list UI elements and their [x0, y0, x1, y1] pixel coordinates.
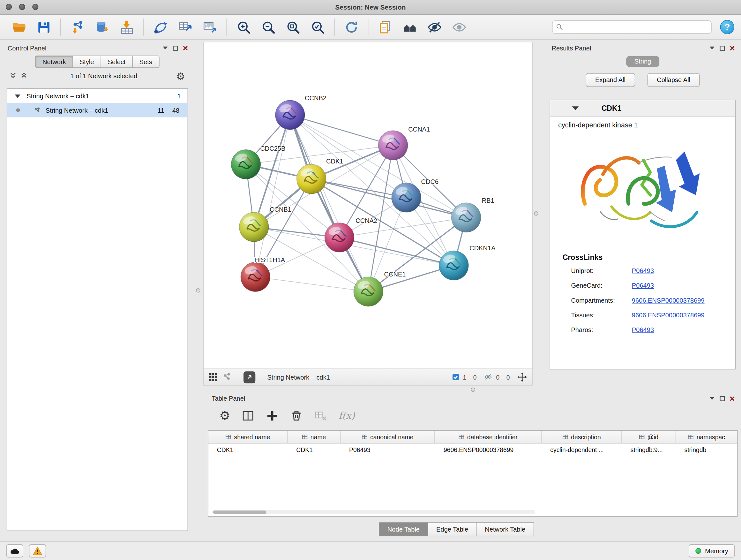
panel-close-icon[interactable] — [730, 45, 735, 51]
crosslink-tissues-link[interactable]: 9606.ENSP00000378699 — [632, 312, 704, 319]
scrollbar-thumb[interactable] — [213, 510, 266, 514]
export-network-button[interactable] — [150, 17, 172, 37]
delete-table-button[interactable] — [314, 409, 327, 422]
panel-float-icon[interactable] — [720, 45, 725, 51]
crosslink-compartments-link[interactable]: 9606.ENSP00000378699 — [632, 297, 704, 304]
refresh-view-button[interactable] — [340, 17, 362, 37]
network-row-selected[interactable]: String Network – cdk1 11 48 — [7, 103, 187, 118]
column-header-database-identifier[interactable]: database identifier — [435, 431, 542, 443]
horizontal-scrollbar[interactable] — [212, 510, 535, 514]
show-all-button[interactable] — [448, 17, 470, 37]
crosslink-genecard-link[interactable]: P06493 — [632, 282, 654, 289]
crosslink-label: Pharos: — [571, 326, 631, 333]
table-settings-button[interactable]: ⚙ — [219, 409, 230, 422]
node-label: CDC6 — [421, 178, 439, 185]
warnings-button[interactable] — [29, 544, 46, 558]
columns-icon — [242, 409, 255, 422]
delete-column-button[interactable] — [290, 409, 303, 422]
search-input[interactable] — [552, 20, 712, 34]
eye-icon — [452, 20, 466, 35]
create-column-button[interactable] — [266, 409, 279, 422]
panel-close-icon[interactable] — [730, 396, 735, 401]
export-image-button[interactable] — [199, 17, 220, 37]
zoom-selected-button[interactable] — [307, 17, 328, 37]
import-network-icon — [70, 20, 84, 35]
tab-network-table[interactable]: Network Table — [477, 522, 534, 536]
network-collection-row[interactable]: String Network – cdk1 1 — [7, 89, 187, 103]
collapse-all-networks-icon[interactable] — [20, 72, 27, 80]
tab-node-table[interactable]: Node Table — [379, 522, 428, 536]
hidden-eye-slash-icon[interactable] — [484, 373, 493, 381]
network-options-gear-icon[interactable]: ⚙ — [176, 71, 185, 81]
tab-string[interactable]: String — [626, 56, 659, 67]
gene-section-header[interactable]: CDK1 — [550, 100, 735, 117]
zoom-in-button[interactable] — [232, 17, 254, 37]
splitter-handle[interactable] — [534, 211, 538, 215]
cell-name[interactable]: CDK1 — [288, 443, 341, 456]
tab-style[interactable]: Style — [73, 56, 101, 68]
cell-database-identifier[interactable]: 9606.ENSP00000378699 — [435, 443, 542, 456]
function-builder-button[interactable]: f(x) — [339, 410, 355, 422]
move-crosshair-icon[interactable] — [517, 372, 528, 382]
network-edge[interactable] — [290, 115, 368, 292]
column-header-description[interactable]: description — [542, 431, 622, 443]
hide-selected-button[interactable] — [423, 17, 445, 37]
crosslink-pharos-link[interactable]: P06493 — [632, 326, 654, 333]
network-canvas[interactable]: CCNB2CCNA1CDC25BCDK1CDC6RB1CCNB1CCNA2CDK… — [204, 42, 532, 368]
zoom-out-button[interactable] — [257, 17, 279, 37]
expand-all-button[interactable]: Expand All — [586, 73, 635, 87]
tab-sets[interactable]: Sets — [133, 56, 159, 68]
tab-edge-table[interactable]: Edge Table — [428, 522, 477, 536]
save-session-button[interactable] — [33, 17, 55, 37]
network-graphics-button[interactable] — [222, 372, 232, 382]
overview-button[interactable] — [399, 17, 421, 37]
network-edge[interactable] — [255, 115, 290, 277]
panel-menu-icon[interactable] — [709, 46, 715, 50]
import-table-button[interactable] — [116, 17, 138, 37]
cell-description[interactable]: cyclin-dependent ... — [542, 443, 622, 456]
cell-id[interactable]: stringdb:9... — [622, 443, 676, 456]
panel-float-icon[interactable] — [720, 396, 725, 401]
open-in-new-button[interactable] — [244, 371, 255, 383]
selected-checkbox-icon[interactable] — [452, 373, 460, 381]
birds-eye-view-button[interactable] — [208, 372, 218, 382]
open-session-button[interactable] — [8, 17, 30, 37]
network-type-icon — [34, 107, 41, 114]
help-button[interactable]: ? — [720, 20, 735, 34]
zoom-selected-icon — [310, 20, 325, 35]
copy-document-button[interactable] — [374, 17, 396, 37]
column-header-canonical-name[interactable]: canonical name — [340, 431, 435, 443]
table-row[interactable]: CDK1 CDK1 P06493 9606.ENSP00000378699 cy… — [208, 443, 737, 456]
column-header-namespace[interactable]: namespac — [676, 431, 737, 443]
cell-canonical-name[interactable]: P06493 — [340, 443, 435, 456]
tab-select[interactable]: Select — [101, 56, 133, 68]
show-columns-button[interactable] — [242, 409, 255, 422]
zoom-fit-button[interactable] — [282, 17, 304, 37]
collapse-all-button[interactable]: Collapse All — [647, 73, 699, 87]
import-network-file-button[interactable] — [66, 17, 88, 37]
cloud-status-button[interactable] — [6, 544, 23, 558]
import-network-database-button[interactable] — [91, 17, 113, 37]
cell-shared-name[interactable]: CDK1 — [208, 443, 288, 456]
collapse-section-icon[interactable] — [572, 106, 579, 110]
memory-button[interactable]: Memory — [689, 544, 735, 558]
panel-float-icon[interactable] — [173, 45, 178, 51]
panel-menu-icon[interactable] — [162, 46, 168, 50]
network-edge[interactable] — [340, 238, 454, 266]
splitter-handle[interactable] — [196, 288, 200, 293]
export-table-button[interactable] — [174, 17, 196, 37]
cell-namespace[interactable]: stringdb — [676, 443, 737, 456]
splitter-handle[interactable] — [471, 388, 475, 392]
column-header-name[interactable]: name — [288, 431, 341, 443]
column-header-shared-name[interactable]: shared name — [208, 431, 288, 443]
network-edge[interactable] — [255, 277, 368, 292]
panel-menu-icon[interactable] — [709, 396, 715, 400]
tree-expand-icon[interactable] — [15, 94, 20, 98]
panel-close-icon[interactable] — [183, 45, 188, 51]
tab-network[interactable]: Network — [36, 56, 73, 68]
grid-icon — [208, 372, 218, 382]
crosslink-uniprot-link[interactable]: P06493 — [632, 267, 654, 274]
network-edge[interactable] — [290, 115, 393, 145]
column-header-id[interactable]: @id — [622, 431, 676, 443]
expand-all-networks-icon[interactable] — [10, 72, 17, 80]
